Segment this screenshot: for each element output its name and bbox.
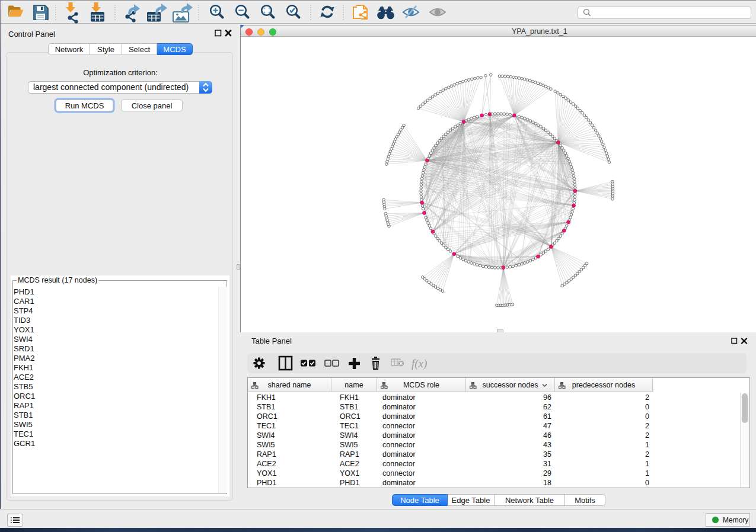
svg-text:f(x): f(x): [412, 357, 427, 370]
